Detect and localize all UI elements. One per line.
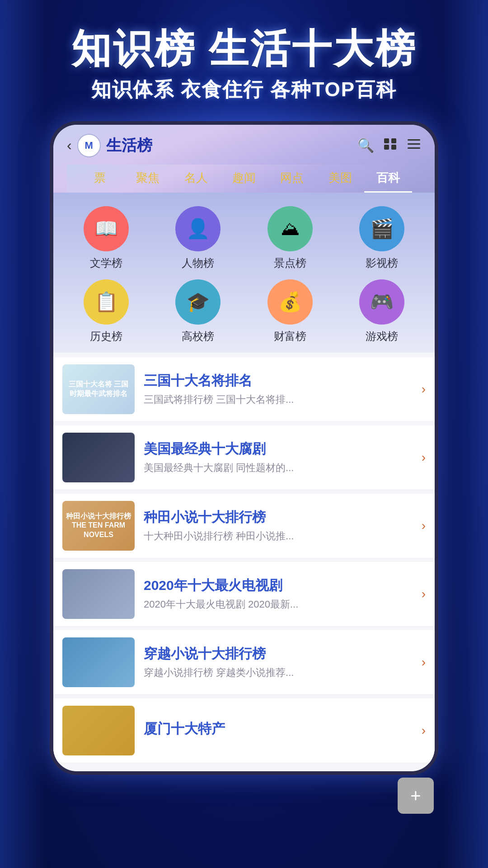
list-thumb-item6 — [62, 706, 135, 755]
nav-right: 🔍 — [357, 137, 421, 153]
literature-label: 文学榜 — [90, 256, 122, 270]
svg-rect-20 — [408, 143, 420, 145]
tab-bar: 票聚焦名人趣闻网点美图百科 — [67, 165, 421, 193]
list-arrow-item4: › — [422, 587, 426, 601]
svg-rect-18 — [391, 145, 396, 150]
people-icon: 👤 — [175, 206, 221, 251]
list-desc-item2: 美国最经典十大腐剧 同性题材的... — [144, 461, 417, 475]
list-item-item3[interactable]: 种田小说十大排行榜 THE TEN FARM NOVELS种田小说十大排行榜十大… — [53, 494, 435, 558]
category-section: 📖文学榜👤人物榜⛰景点榜🎬影视榜📋历史榜🎓高校榜💰财富榜🎮游戏榜 — [53, 193, 435, 353]
tab-网点[interactable]: 网点 — [268, 166, 316, 193]
list-title-item6: 厦门十大特产 — [144, 720, 417, 737]
list-content-item2: 美国最经典十大腐剧美国最经典十大腐剧 同性题材的... — [144, 440, 417, 475]
category-item-university[interactable]: 🎓高校榜 — [155, 279, 242, 344]
nav-logo: M — [77, 134, 101, 157]
category-grid: 📖文学榜👤人物榜⛰景点榜🎬影视榜📋历史榜🎓高校榜💰财富榜🎮游戏榜 — [62, 206, 426, 344]
hero-subtitle: 知识体系 衣食住行 各种TOP百科 — [0, 76, 488, 103]
hero-section: 知识榜 生活十大榜 知识体系 衣食住行 各种TOP百科 — [0, 0, 488, 121]
category-item-wealth[interactable]: 💰财富榜 — [246, 279, 334, 344]
film-label: 影视榜 — [366, 256, 398, 270]
tab-美图[interactable]: 美图 — [316, 166, 364, 193]
list-thumb-item5 — [62, 637, 135, 687]
list-item-item2[interactable]: 美国最经典十大腐剧美国最经典十大腐剧 同性题材的...› — [53, 425, 435, 490]
games-label: 游戏榜 — [366, 329, 398, 344]
tab-趣闻[interactable]: 趣闻 — [220, 166, 268, 193]
list-arrow-item5: › — [422, 655, 426, 670]
category-item-attractions[interactable]: ⛰景点榜 — [246, 206, 334, 270]
list-title-item3: 种田小说十大排行榜 — [144, 508, 417, 526]
phone-inner: ‹ M 生活榜 🔍 — [53, 125, 435, 771]
list-item-item5[interactable]: 穿越小说十大排行榜穿越小说排行榜 穿越类小说推荐...› — [53, 630, 435, 695]
hero-title: 知识榜 生活十大榜 — [0, 27, 488, 71]
film-icon: 🎬 — [359, 206, 404, 251]
list-desc-item4: 2020年十大最火电视剧 2020最新... — [144, 598, 417, 611]
list-desc-item1: 三国武将排行榜 三国十大名将排... — [144, 393, 417, 406]
list-content-item1: 三国十大名将排名三国武将排行榜 三国十大名将排... — [144, 372, 417, 406]
svg-rect-16 — [391, 138, 396, 143]
list-desc-item5: 穿越小说排行榜 穿越类小说推荐... — [144, 666, 417, 679]
people-label: 人物榜 — [182, 256, 214, 270]
grid-icon[interactable] — [383, 137, 398, 153]
category-item-games[interactable]: 🎮游戏榜 — [338, 279, 426, 344]
svg-rect-21 — [408, 147, 420, 149]
list-section: 三国十大名将 三国时期最牛武将排名三国十大名将排名三国武将排行榜 三国十大名将排… — [53, 353, 435, 771]
list-thumb-item2 — [62, 433, 135, 482]
tab-聚焦[interactable]: 聚焦 — [124, 166, 172, 193]
list-content-item3: 种田小说十大排行榜十大种田小说排行榜 种田小说推... — [144, 508, 417, 543]
university-icon: 🎓 — [175, 279, 221, 325]
list-desc-item3: 十大种田小说排行榜 种田小说推... — [144, 529, 417, 543]
svg-rect-15 — [384, 138, 389, 143]
attractions-icon: ⛰ — [267, 206, 313, 251]
phone-frame: ‹ M 生活榜 🔍 — [50, 121, 438, 775]
list-item-item4[interactable]: 2020年十大最火电视剧2020年十大最火电视剧 2020最新...› — [53, 562, 435, 627]
category-item-film[interactable]: 🎬影视榜 — [338, 206, 426, 270]
fab-button[interactable]: + — [398, 778, 434, 814]
list-content-item5: 穿越小说十大排行榜穿越小说排行榜 穿越类小说推荐... — [144, 645, 417, 679]
list-thumb-item1: 三国十大名将 三国时期最牛武将排名 — [62, 364, 135, 414]
nav-title: 生活榜 — [106, 135, 152, 156]
tab-百科[interactable]: 百科 — [364, 166, 412, 193]
history-label: 历史榜 — [90, 329, 122, 344]
svg-rect-17 — [384, 145, 389, 150]
tab-票[interactable]: 票 — [76, 166, 124, 193]
search-icon[interactable]: 🔍 — [357, 137, 374, 153]
wealth-icon: 💰 — [267, 279, 313, 325]
university-label: 高校榜 — [182, 329, 214, 344]
list-content-item6: 厦门十大特产 — [144, 720, 417, 741]
menu-icon[interactable] — [407, 137, 421, 153]
list-arrow-item3: › — [422, 519, 426, 533]
games-icon: 🎮 — [359, 279, 404, 325]
category-item-literature[interactable]: 📖文学榜 — [62, 206, 150, 270]
list-thumb-item3: 种田小说十大排行榜 THE TEN FARM NOVELS — [62, 501, 135, 551]
list-thumb-item4 — [62, 569, 135, 619]
nav-row: ‹ M 生活榜 🔍 — [67, 134, 421, 165]
back-button[interactable]: ‹ — [67, 137, 72, 154]
list-title-item2: 美国最经典十大腐剧 — [144, 440, 417, 458]
list-arrow-item6: › — [422, 723, 426, 738]
list-item-item1[interactable]: 三国十大名将 三国时期最牛武将排名三国十大名将排名三国武将排行榜 三国十大名将排… — [53, 357, 435, 422]
top-bar: ‹ M 生活榜 🔍 — [53, 125, 435, 193]
nav-left: ‹ M 生活榜 — [67, 134, 152, 157]
category-item-history[interactable]: 📋历史榜 — [62, 279, 150, 344]
list-title-item1: 三国十大名将排名 — [144, 372, 417, 389]
list-arrow-item2: › — [422, 450, 426, 465]
list-arrow-item1: › — [422, 382, 426, 396]
list-item-item6[interactable]: 厦门十大特产› — [53, 698, 435, 763]
list-title-item4: 2020年十大最火电视剧 — [144, 576, 417, 594]
literature-icon: 📖 — [84, 206, 129, 251]
list-title-item5: 穿越小说十大排行榜 — [144, 645, 417, 662]
history-icon: 📋 — [84, 279, 129, 325]
tab-名人[interactable]: 名人 — [172, 166, 220, 193]
attractions-label: 景点榜 — [274, 256, 306, 270]
category-item-people[interactable]: 👤人物榜 — [155, 206, 242, 270]
list-content-item4: 2020年十大最火电视剧2020年十大最火电视剧 2020最新... — [144, 576, 417, 611]
svg-rect-19 — [408, 139, 420, 141]
wealth-label: 财富榜 — [274, 329, 306, 344]
